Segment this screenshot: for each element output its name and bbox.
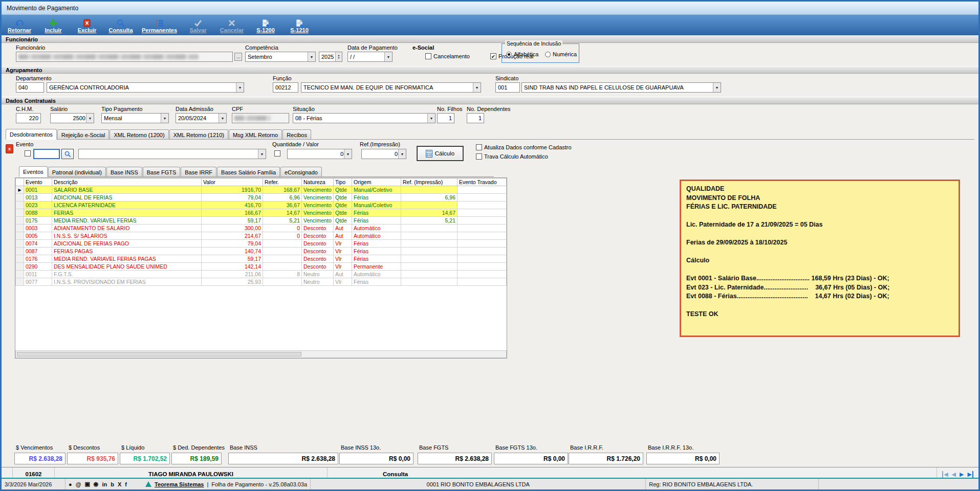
- data-admissao-select[interactable]: 20/05/2024 ▼: [176, 113, 227, 123]
- tab-xml-retorno-1200-[interactable]: XML Retorno (1200): [110, 129, 168, 139]
- checkbox-icon[interactable]: [476, 153, 482, 160]
- s-1200-button[interactable]: S-1200: [250, 15, 281, 35]
- spinner-arrows-icon[interactable]: ▲▼: [335, 52, 342, 61]
- funcionario-input[interactable]: [16, 52, 233, 62]
- chevron-down-icon[interactable]: ▼: [86, 114, 94, 123]
- x-icon[interactable]: X: [118, 481, 121, 487]
- trava-calculo-checkbox[interactable]: Trava Cálculo Automático: [476, 153, 548, 160]
- table-row[interactable]: 0175MEDIA REND. VARIAVEL FERIAS59,175,21…: [16, 217, 507, 225]
- next-record-icon[interactable]: ▶: [960, 471, 964, 478]
- tab-xml-retorno-1210-[interactable]: XML Retorno (1210): [169, 129, 228, 139]
- tipo-pagamento-select[interactable]: Mensal ▼: [101, 113, 169, 123]
- table-row[interactable]: 0005I.N.S.S. S/ SALARIOS214,670DescontoA…: [16, 232, 507, 240]
- subtab-bases-sal-rio-fam-lia[interactable]: Bases Salário Família: [217, 167, 280, 176]
- departamento-code-input[interactable]: 040: [16, 82, 44, 93]
- departamento-select[interactable]: GERÊNCIA CONTROLADORIA ▼: [47, 82, 244, 93]
- cancelamento-checkbox[interactable]: Cancelamento: [425, 53, 470, 59]
- table-row[interactable]: 0011F.G.T.S.211,068NeutroAutAutomático: [16, 271, 507, 278]
- calculo-button[interactable]: Cálculo: [417, 146, 463, 161]
- chevron-down-icon[interactable]: ▼: [713, 83, 721, 92]
- table-row[interactable]: 0290DES MENSALIDADE PLANO SAUDE UNIMED14…: [16, 263, 507, 271]
- prev-record-icon[interactable]: ◀: [952, 471, 956, 478]
- profile-icon[interactable]: ●: [69, 481, 72, 487]
- subtab-base-fgts[interactable]: Base FGTS: [143, 167, 180, 176]
- table-row[interactable]: ▶0001SALARIO BASE1916,70168,67Vencimento…: [16, 186, 507, 194]
- evento-search-button[interactable]: [61, 149, 74, 159]
- table-row[interactable]: 0176MEDIA REND. VARIAVEL FERIAS PAGAS59,…: [16, 255, 507, 263]
- camera-icon[interactable]: ◉: [94, 481, 99, 487]
- table-row[interactable]: 0023LICENCA PATERNIDADE416,7036,67Vencim…: [16, 202, 507, 209]
- table-row[interactable]: 0077I.N.S.S. PROVISIONADO EM FERIAS25,93…: [16, 278, 507, 286]
- evento-code-input[interactable]: [33, 149, 60, 159]
- table-row[interactable]: 0087FERIAS PAGAS140,74DescontoVlrFérias: [16, 248, 507, 255]
- facebook-icon[interactable]: f: [125, 481, 127, 487]
- radio-icon[interactable]: [545, 52, 551, 57]
- table-row[interactable]: 0074ADICIONAL DE FERIAS PAGO79,04Descont…: [16, 240, 507, 248]
- ref-impressao-input[interactable]: 0 ▼: [361, 149, 406, 159]
- blogger-icon[interactable]: b: [111, 481, 114, 487]
- s-1210-button[interactable]: S-1210: [284, 15, 315, 35]
- table-row[interactable]: 0088FERIAS166,6714,67VencimentoQtdeFéria…: [16, 209, 507, 217]
- chm-input[interactable]: 220: [16, 113, 41, 123]
- observation-memo[interactable]: QUALIDADEMOVIMENTO DE FOLHAFÉRIAS E LIC.…: [680, 180, 960, 337]
- linkedin-icon[interactable]: in: [102, 481, 107, 487]
- chevron-down-icon[interactable]: ▼: [236, 83, 244, 92]
- tab-recibos[interactable]: Recibos: [282, 129, 311, 139]
- situacao-select[interactable]: 08 - Férias ▼: [293, 113, 435, 123]
- subtab-eventos[interactable]: Eventos: [19, 166, 48, 177]
- subtab-econsignado[interactable]: eConsignado: [280, 167, 322, 176]
- chevron-down-icon[interactable]: ▼: [398, 149, 406, 159]
- sindicato-code-input[interactable]: 001: [495, 82, 520, 93]
- funcao-code-input[interactable]: 00212: [273, 82, 298, 93]
- checkbox-icon[interactable]: [425, 53, 431, 59]
- cpf-input[interactable]: [232, 113, 289, 123]
- table-row[interactable]: 0003ADIANTAMENTO DE SALARIO300,000Descon…: [16, 225, 507, 232]
- tab-rejei-o-e-social[interactable]: Rejeição e-Social: [57, 129, 110, 139]
- first-record-icon[interactable]: ◀: [942, 471, 948, 478]
- chevron-down-icon[interactable]: ▼: [258, 149, 266, 159]
- scrollbar-thumb[interactable]: [17, 352, 301, 356]
- salario-select[interactable]: 2500 ▼: [50, 113, 94, 123]
- excluir-button[interactable]: Excluir: [71, 15, 103, 35]
- tab-msg-xml-retorno[interactable]: Msg XML Retorno: [229, 129, 282, 139]
- retornar-button[interactable]: Retornar: [4, 15, 35, 35]
- subtab-base-irrf[interactable]: Base IRRF: [181, 167, 216, 176]
- subtab-base-inss[interactable]: Base INSS: [106, 167, 142, 176]
- evento-select[interactable]: ▼: [78, 149, 266, 159]
- checkbox-icon[interactable]: [476, 144, 482, 150]
- table-row[interactable]: 0013ADICIONAL DE FERIAS79,046,96Vencimen…: [16, 194, 507, 202]
- numerica-radio[interactable]: Numérica: [545, 51, 577, 57]
- alfabetica-radio[interactable]: Alfabética: [506, 51, 538, 57]
- checkbox-checked-icon[interactable]: ✔: [490, 53, 496, 59]
- chevron-down-icon[interactable]: ▼: [427, 114, 435, 123]
- evento-checkbox[interactable]: [25, 150, 31, 157]
- quantidade-valor-input[interactable]: 0 ▼: [287, 149, 352, 159]
- horizontal-scrollbar[interactable]: [15, 350, 507, 358]
- permanentes-button[interactable]: Permanentes: [139, 15, 180, 35]
- funcao-select[interactable]: TECNICO EM MAN. DE EQUIP. DE INFORMATICA…: [301, 82, 481, 93]
- remove-event-button[interactable]: x: [6, 144, 13, 153]
- filhos-input[interactable]: 1: [437, 113, 454, 123]
- quantidade-checkbox[interactable]: [274, 150, 280, 157]
- funcionario-browse-button[interactable]: ...: [234, 53, 242, 61]
- tab-desdobramentos[interactable]: Desdobramentos: [6, 129, 57, 140]
- chevron-down-icon[interactable]: ▼: [344, 149, 352, 159]
- teorema-link[interactable]: Teorema Sistemas: [151, 479, 207, 489]
- chevron-down-icon[interactable]: ▼: [308, 52, 315, 61]
- dependentes-input[interactable]: 1: [467, 113, 484, 123]
- competencia-select[interactable]: Setembro ▼: [245, 52, 316, 62]
- chevron-down-icon[interactable]: ▼: [219, 114, 226, 123]
- instagram-icon[interactable]: ▣: [84, 481, 90, 487]
- at-icon[interactable]: @: [76, 481, 81, 487]
- data-pagamento-select[interactable]: / / ▼: [347, 52, 393, 62]
- incluir-button[interactable]: Incluir: [37, 15, 69, 35]
- atualiza-dados-checkbox[interactable]: Atualiza Dados conforme Cadastro: [476, 144, 572, 150]
- sindicato-select[interactable]: SIND TRAB NAS IND PAPEL E CELULOSE DE GU…: [521, 82, 721, 93]
- subtab-patronal-individual-[interactable]: Patronal (individual): [48, 167, 106, 176]
- radio-selected-icon[interactable]: [506, 52, 512, 57]
- chevron-down-icon[interactable]: ▼: [161, 114, 168, 123]
- chevron-down-icon[interactable]: ▼: [384, 52, 392, 61]
- last-record-icon[interactable]: ▶: [968, 471, 973, 478]
- ano-spinner[interactable]: 2025 ▲▼: [319, 52, 342, 62]
- chevron-down-icon[interactable]: ▼: [473, 83, 481, 92]
